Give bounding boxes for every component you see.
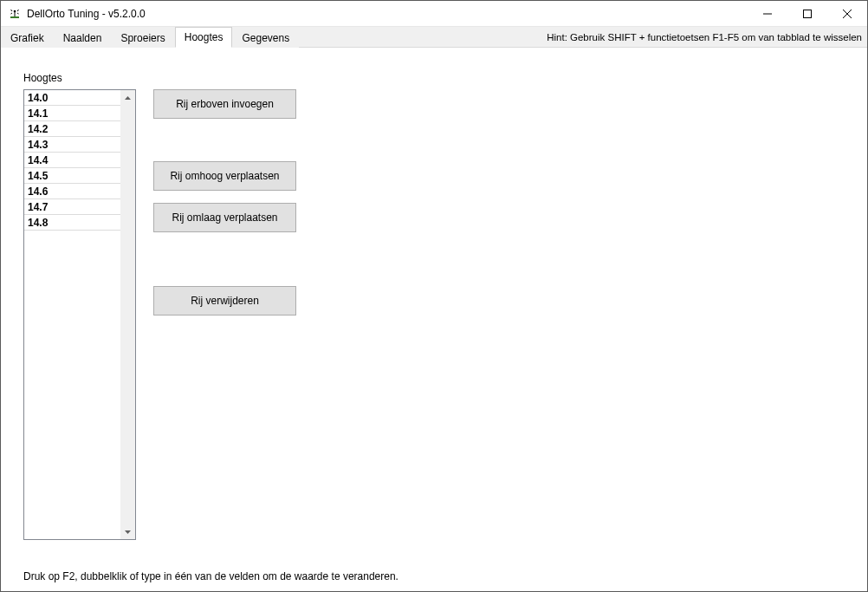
svg-line-3 xyxy=(11,10,13,11)
tab-bar: Grafiek Naalden Sproeiers Hoogtes Gegeve… xyxy=(1,27,867,48)
tab-hoogtes[interactable]: Hoogtes xyxy=(175,27,233,48)
tab-naalden[interactable]: Naalden xyxy=(54,28,112,48)
values-list-rows[interactable]: 14.014.114.214.314.414.514.614.714.8 xyxy=(24,90,120,539)
maximize-button[interactable] xyxy=(787,1,827,26)
svg-rect-0 xyxy=(10,16,19,18)
list-row[interactable]: 14.2 xyxy=(24,121,120,137)
scroll-track[interactable] xyxy=(120,105,135,524)
move-row-down-button[interactable]: Rij omlaag verplaatsen xyxy=(153,203,296,232)
tab-gegevens[interactable]: Gegevens xyxy=(232,28,299,48)
list-row[interactable]: 14.5 xyxy=(24,168,120,184)
titlebar: DellOrto Tuning - v5.2.0.0 xyxy=(1,1,867,27)
scroll-down-button[interactable] xyxy=(120,524,135,539)
insert-row-above-button[interactable]: Rij erboven invoegen xyxy=(153,89,296,119)
svg-line-4 xyxy=(17,10,19,11)
svg-point-2 xyxy=(14,10,16,12)
list-row[interactable]: 14.4 xyxy=(24,153,120,168)
list-row[interactable]: 14.8 xyxy=(24,215,120,231)
window-controls xyxy=(748,1,867,26)
section-title: Hoogtes xyxy=(23,72,845,84)
button-column: Rij erboven invoegen Rij omhoog verplaat… xyxy=(153,89,296,560)
tab-bar-hint: Hint: Gebruik SHIFT + functietoetsen F1-… xyxy=(547,32,862,42)
list-row[interactable]: 14.7 xyxy=(24,199,120,215)
list-row[interactable]: 14.1 xyxy=(24,106,120,121)
scrollbar[interactable] xyxy=(120,90,135,539)
svg-marker-12 xyxy=(125,530,131,534)
scroll-up-button[interactable] xyxy=(120,90,135,105)
work-area: 14.014.114.214.314.414.514.614.714.8 Rij… xyxy=(23,89,845,560)
close-button[interactable] xyxy=(827,1,867,26)
svg-marker-11 xyxy=(125,96,131,100)
svg-line-5 xyxy=(11,13,13,14)
list-row[interactable]: 14.3 xyxy=(24,137,120,153)
svg-rect-8 xyxy=(804,10,812,17)
window-title: DellOrto Tuning - v5.2.0.0 xyxy=(27,8,146,20)
list-row[interactable]: 14.6 xyxy=(24,184,120,199)
tab-sproeiers[interactable]: Sproeiers xyxy=(111,28,174,48)
move-row-up-button[interactable]: Rij omhoog verplaatsen xyxy=(153,161,296,191)
delete-row-button[interactable]: Rij verwijderen xyxy=(153,286,296,316)
list-row[interactable]: 14.0 xyxy=(24,90,120,106)
app-window: DellOrto Tuning - v5.2.0.0 Grafiek Naald… xyxy=(0,0,868,592)
values-list: 14.014.114.214.314.414.514.614.714.8 xyxy=(23,89,136,540)
minimize-button[interactable] xyxy=(748,1,787,26)
tab-grafiek[interactable]: Grafiek xyxy=(1,28,54,48)
content-area: Hoogtes 14.014.114.214.314.414.514.614.7… xyxy=(1,48,867,591)
app-icon xyxy=(8,7,22,21)
footer-hint: Druk op F2, dubbelklik of type in één va… xyxy=(23,570,845,582)
svg-line-6 xyxy=(17,13,19,14)
